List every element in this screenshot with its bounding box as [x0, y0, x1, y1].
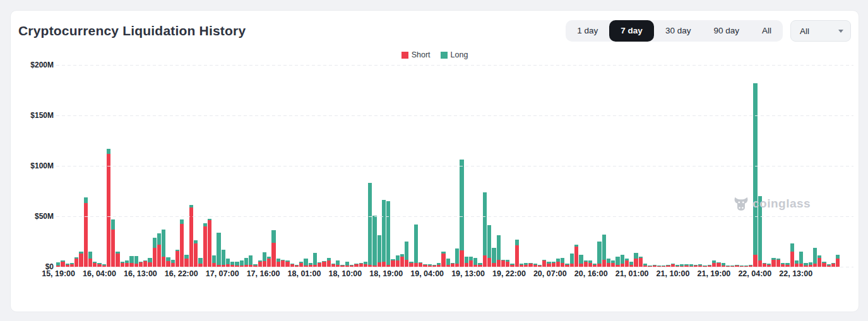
range-selector: 1 day 7 day 30 day 90 day All — [566, 20, 783, 42]
bar-segment-short — [88, 259, 92, 267]
bar-segment-short — [790, 252, 794, 267]
y-axis: $0$50M$100M$150M$200M — [11, 65, 56, 267]
bar-segment-long — [758, 196, 762, 260]
bar-segment-short — [602, 260, 606, 267]
y-tick-label: $200M — [30, 61, 54, 69]
bar-segment-short — [776, 260, 780, 267]
bar-segment-short — [271, 243, 275, 267]
page-title: Cryptocurrency Liquidation History — [18, 23, 246, 38]
x-tick-label: 20, 07:00 — [533, 269, 567, 278]
legend: Short Long — [11, 50, 859, 59]
bar-segment-short — [153, 248, 157, 267]
bar-segment-long — [473, 258, 477, 265]
x-tick-label: 18, 01:00 — [288, 269, 321, 278]
bar-segment-long — [753, 83, 757, 255]
x-tick-label: 15, 19:00 — [42, 269, 75, 278]
x-tick-label: 19, 13:00 — [451, 269, 485, 278]
bar-segment-long — [148, 258, 152, 262]
range-button-1day[interactable]: 1 day — [566, 20, 609, 42]
bar-segment-long — [561, 258, 564, 263]
legend-item-long[interactable]: Long — [441, 50, 468, 59]
bar-segment-long — [597, 242, 601, 264]
range-controls: 1 day 7 day 30 day 90 day All All — [566, 20, 851, 42]
bar-segment-long — [483, 192, 487, 256]
bar-segment-short — [116, 254, 119, 267]
bar-segment-long — [84, 197, 88, 204]
bar-segment-short — [111, 230, 115, 267]
bar-segment-short — [634, 259, 638, 267]
bar-segment-long — [153, 238, 157, 248]
bar-segment-long — [515, 240, 519, 246]
gridline — [56, 115, 853, 116]
range-button-7day[interactable]: 7 day — [609, 20, 654, 42]
bar-segment-long — [107, 149, 110, 154]
bar-segment-long — [212, 255, 216, 264]
bar-segment-long — [304, 259, 307, 266]
bar-segment-short — [74, 259, 78, 267]
x-axis: 15, 19:0016, 04:0016, 13:0016, 22:0017, … — [56, 267, 835, 282]
bar-segment-long — [396, 255, 400, 260]
bar-segment-short — [157, 245, 161, 267]
range-button-30day[interactable]: 30 day — [654, 20, 703, 42]
range-button-all[interactable]: All — [751, 20, 783, 42]
bar-segment-long — [455, 248, 459, 264]
liquidation-history-card: Cryptocurrency Liquidation History 1 day… — [10, 10, 859, 312]
bar-segment-long — [198, 258, 202, 264]
x-tick-label: 19, 04:00 — [410, 269, 444, 278]
bar-segment-long — [813, 248, 817, 264]
bar-segment-short — [194, 243, 198, 267]
bar-segment-long — [570, 254, 574, 264]
bar-segment-long — [217, 233, 220, 265]
bar-segment-short — [771, 260, 775, 267]
bar-segment-long — [487, 225, 491, 257]
gridline — [56, 65, 853, 66]
bar-segment-short — [391, 260, 395, 267]
x-tick-label: 16, 22:00 — [165, 269, 198, 278]
bar-segment-long — [382, 200, 386, 262]
bar-segment-long — [244, 258, 248, 264]
bar-segment-long — [162, 230, 165, 257]
bar-segment-long — [368, 183, 372, 265]
bar-segment-long — [134, 256, 138, 264]
bar-segment-short — [753, 255, 757, 267]
long-swatch-icon — [441, 52, 448, 59]
bar-segment-short — [162, 257, 165, 267]
bar-segment-short — [817, 258, 821, 267]
bar-segment-long — [405, 242, 408, 260]
bar-segment-short — [836, 259, 840, 267]
range-button-90day[interactable]: 90 day — [702, 20, 751, 42]
bar-segment-long — [602, 235, 606, 260]
bar-segment-short — [267, 259, 271, 267]
bar-segment-short — [208, 220, 211, 267]
bar-segment-short — [175, 251, 179, 267]
bar-segment-short — [184, 259, 188, 267]
bar-segment-short — [515, 245, 519, 267]
symbol-dropdown-value: All — [800, 26, 809, 36]
legend-label-long: Long — [451, 50, 468, 59]
bar-segment-long — [465, 257, 468, 263]
x-tick-label: 16, 04:00 — [83, 269, 116, 278]
bar-segment-long — [263, 252, 266, 261]
bar-segment-long — [414, 225, 418, 263]
bar-segment-long — [271, 230, 275, 242]
y-tick-label: $50M — [35, 212, 54, 221]
y-tick-label: $150M — [30, 111, 54, 120]
symbol-dropdown[interactable]: All — [790, 20, 851, 42]
bar-segment-long — [157, 233, 161, 245]
bar-segment-short — [441, 254, 445, 267]
plot-area[interactable]: coinglass — [56, 65, 853, 267]
bar-segment-long — [222, 250, 225, 265]
bar-segment-long — [88, 252, 92, 259]
legend-item-short[interactable]: Short — [401, 50, 431, 59]
bar-segment-short — [574, 247, 578, 267]
bar-segment-long — [621, 255, 624, 264]
x-tick-label: 21, 10:00 — [657, 269, 690, 278]
x-tick-label: 19, 22:00 — [492, 269, 526, 278]
legend-label-short: Short — [412, 50, 431, 59]
bar-segment-long — [180, 219, 184, 224]
x-tick-label: 22, 13:00 — [779, 269, 812, 278]
short-swatch-icon — [401, 52, 408, 59]
bar-segment-long — [460, 160, 463, 250]
bar-segment-short — [107, 154, 110, 267]
x-tick-label: 16, 13:00 — [124, 269, 157, 278]
